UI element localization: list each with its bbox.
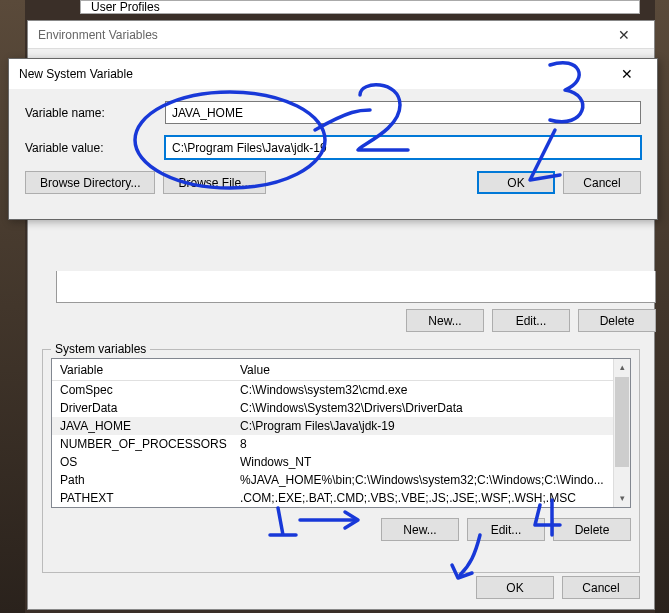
cell-variable: ComSpec: [52, 383, 232, 397]
cell-variable: NUMBER_OF_PROCESSORS: [52, 437, 232, 451]
system-variables-list[interactable]: Variable Value ComSpecC:\Windows\system3…: [51, 358, 631, 508]
cell-value: C:\Windows\System32\Drivers\DriverData: [232, 401, 630, 415]
nv-close-icon[interactable]: ✕: [607, 66, 647, 82]
variable-name-input[interactable]: [165, 101, 641, 124]
cell-variable: Path: [52, 473, 232, 487]
system-new-button[interactable]: New...: [381, 518, 459, 541]
col-header-value[interactable]: Value: [232, 363, 630, 377]
table-row[interactable]: JAVA_HOMEC:\Program Files\Java\jdk-19: [52, 417, 630, 435]
new-system-variable-dialog: New System Variable ✕ Variable name: Var…: [8, 58, 658, 220]
user-profiles-row[interactable]: User Profiles: [80, 0, 640, 14]
system-list-header[interactable]: Variable Value: [52, 359, 630, 381]
browse-file-button[interactable]: Browse File...: [163, 171, 266, 194]
variable-value-label: Variable value:: [25, 141, 165, 155]
env-cancel-button[interactable]: Cancel: [562, 576, 640, 599]
cell-value: C:\Program Files\Java\jdk-19: [232, 419, 630, 433]
cell-value: %JAVA_HOME%\bin;C:\Windows\system32;C:\W…: [232, 473, 630, 487]
env-ok-button[interactable]: OK: [476, 576, 554, 599]
cell-variable: PATHEXT: [52, 491, 232, 505]
nv-title: New System Variable: [19, 67, 607, 81]
variable-name-label: Variable name:: [25, 106, 165, 120]
scroll-down-icon[interactable]: ▾: [614, 490, 630, 507]
cell-variable: OS: [52, 455, 232, 469]
user-new-button[interactable]: New...: [406, 309, 484, 332]
cell-value: C:\Windows\system32\cmd.exe: [232, 383, 630, 397]
user-profiles-label: User Profiles: [91, 0, 160, 14]
browse-directory-button[interactable]: Browse Directory...: [25, 171, 155, 194]
system-variables-label: System variables: [51, 342, 150, 356]
scroll-thumb[interactable]: [615, 377, 629, 467]
table-row[interactable]: NUMBER_OF_PROCESSORS8: [52, 435, 630, 453]
user-edit-button[interactable]: Edit...: [492, 309, 570, 332]
system-list-scrollbar[interactable]: ▴ ▾: [613, 359, 630, 507]
cell-variable: DriverData: [52, 401, 232, 415]
env-titlebar[interactable]: Environment Variables ✕: [28, 21, 654, 49]
nv-ok-button[interactable]: OK: [477, 171, 555, 194]
variable-value-input[interactable]: [165, 136, 641, 159]
system-delete-button[interactable]: Delete: [553, 518, 631, 541]
table-row[interactable]: OSWindows_NT: [52, 453, 630, 471]
scroll-up-icon[interactable]: ▴: [614, 359, 630, 376]
user-variables-listbox-partial[interactable]: [56, 271, 656, 303]
system-variables-group: System variables Variable Value ComSpecC…: [42, 349, 640, 573]
table-row[interactable]: ComSpecC:\Windows\system32\cmd.exe: [52, 381, 630, 399]
cell-value: 8: [232, 437, 630, 451]
table-row[interactable]: Path%JAVA_HOME%\bin;C:\Windows\system32;…: [52, 471, 630, 489]
cell-variable: JAVA_HOME: [52, 419, 232, 433]
user-delete-button[interactable]: Delete: [578, 309, 656, 332]
table-row[interactable]: DriverDataC:\Windows\System32\Drivers\Dr…: [52, 399, 630, 417]
cell-value: .COM;.EXE;.BAT;.CMD;.VBS;.VBE;.JS;.JSE;.…: [232, 491, 630, 505]
env-title: Environment Variables: [38, 28, 604, 42]
close-icon[interactable]: ✕: [604, 27, 644, 43]
table-row[interactable]: PATHEXT.COM;.EXE;.BAT;.CMD;.VBS;.VBE;.JS…: [52, 489, 630, 507]
system-edit-button[interactable]: Edit...: [467, 518, 545, 541]
nv-titlebar[interactable]: New System Variable ✕: [9, 59, 657, 89]
col-header-variable[interactable]: Variable: [52, 363, 232, 377]
cell-value: Windows_NT: [232, 455, 630, 469]
nv-cancel-button[interactable]: Cancel: [563, 171, 641, 194]
